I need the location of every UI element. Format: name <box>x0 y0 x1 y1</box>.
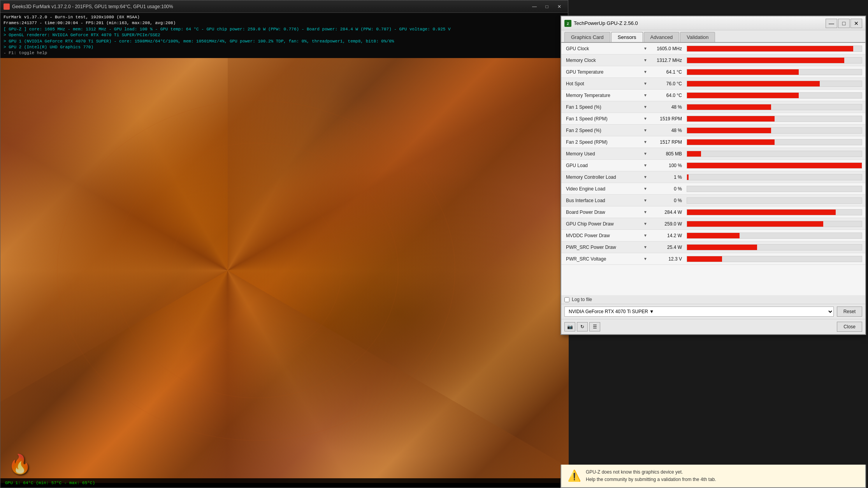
gpu-temp-indicator: GPU 1: 64°C (min: 57°C - max: 65°C) <box>0 478 568 488</box>
sensor-row: Hot Spot▼76.0 °C <box>561 78 865 90</box>
sensor-dropdown-arrow[interactable]: ▼ <box>641 175 650 179</box>
furmark-info-line-2: Frames:241377 - time:00:20:04 - FPS:201 … <box>4 20 565 26</box>
sensor-value: 0 % <box>650 198 685 203</box>
sensor-value: 259.0 W <box>650 221 685 227</box>
sensor-row: Video Engine Load▼0 % <box>561 183 865 195</box>
sensor-name: PWR_SRC Power Draw <box>563 245 641 250</box>
gpuz-title: TechPowerUp GPU-Z 2.56.0 <box>574 20 638 26</box>
furmark-title: Geeks3D FurMark v1.37.2.0 - 201FPS, GPU1… <box>12 4 173 9</box>
sensor-name: Fan 1 Speed (%) <box>563 104 641 110</box>
gpuz-window: Z TechPowerUp GPU-Z 2.56.0 — □ ✕ Graphic… <box>561 16 866 335</box>
gpuz-bottom: Log to file NVIDIA GeForce RTX 4070 Ti S… <box>561 295 865 334</box>
sensor-name: Memory Temperature <box>563 93 641 98</box>
sensor-row: PWR_SRC Voltage▼12.3 V <box>561 253 865 265</box>
furmark-info-line-1: FurMark v1.37.2.0 - Burn-in test, 1920x1… <box>4 14 565 20</box>
sensor-name: GPU Temperature <box>563 69 641 75</box>
device-row: NVIDIA GeForce RTX 4070 Ti SUPER ▼ Reset <box>561 304 865 319</box>
sensor-row: GPU Temperature▼64.1 °C <box>561 66 865 78</box>
warning-icon: ⚠️ <box>568 469 581 482</box>
sensor-value: 1605.0 MHz <box>650 46 685 51</box>
reset-button[interactable]: Reset <box>837 307 862 317</box>
sensor-bar-container <box>687 92 862 99</box>
sensor-row: Fan 2 Speed (%)▼48 % <box>561 125 865 136</box>
sensor-dropdown-arrow[interactable]: ▼ <box>641 128 650 132</box>
sensor-bar <box>687 210 836 215</box>
sensor-bar-container <box>687 221 862 227</box>
furmark-info-line-4: > OpenGL renderer: NVIDIA GeForce RTX 40… <box>4 32 565 38</box>
close-button[interactable]: Close <box>837 322 862 332</box>
furmark-controls: — □ ✕ <box>529 3 565 11</box>
sensor-dropdown-arrow[interactable]: ▼ <box>641 116 650 121</box>
sensor-dropdown-arrow[interactable]: ▼ <box>641 245 650 249</box>
sensor-bar-container <box>687 174 862 180</box>
refresh-icon-button[interactable]: ↻ <box>577 322 588 331</box>
camera-icon-button[interactable]: 📷 <box>564 322 575 331</box>
sensor-dropdown-arrow[interactable]: ▼ <box>641 257 650 261</box>
tab-sensors[interactable]: Sensors <box>611 32 643 42</box>
sensor-bar-container <box>687 151 862 157</box>
furmark-close-button[interactable]: ✕ <box>554 3 565 11</box>
tab-graphics-card[interactable]: Graphics Card <box>564 32 610 42</box>
sensor-row: Memory Temperature▼64.0 °C <box>561 90 865 101</box>
sensor-row: Bus Interface Load▼0 % <box>561 195 865 206</box>
sensor-value: 48 % <box>650 104 685 110</box>
sensor-bar <box>687 245 757 250</box>
sensor-name: Board Power Draw <box>563 210 641 215</box>
sensor-value: 64.1 °C <box>650 69 685 75</box>
warning-text: GPU-Z does not know this graphics device… <box>586 469 716 483</box>
sensor-dropdown-arrow[interactable]: ▼ <box>641 46 650 51</box>
sensor-value: 1312.7 MHz <box>650 58 685 63</box>
sensor-name: Video Engine Load <box>563 186 641 192</box>
sensor-bar-container <box>687 197 862 204</box>
gpuz-maximize-button[interactable]: □ <box>838 19 850 28</box>
gpuz-minimize-button[interactable]: — <box>826 19 837 28</box>
sensor-bar <box>687 163 862 168</box>
sensor-dropdown-arrow[interactable]: ▼ <box>641 222 650 226</box>
sensor-dropdown-arrow[interactable]: ▼ <box>641 163 650 167</box>
sensor-dropdown-arrow[interactable]: ▼ <box>641 152 650 156</box>
sensor-dropdown-arrow[interactable]: ▼ <box>641 81 650 86</box>
sensor-value: 48 % <box>650 128 685 133</box>
furmark-maximize-button[interactable]: □ <box>541 3 552 11</box>
sensor-value: 14.2 W <box>650 233 685 238</box>
sensor-bar <box>687 46 853 51</box>
log-to-file-checkbox[interactable] <box>564 297 569 302</box>
sensor-bar <box>687 139 775 145</box>
sensor-dropdown-arrow[interactable]: ▼ <box>641 140 650 144</box>
sensor-row: Board Power Draw▼284.4 W <box>561 206 865 218</box>
sensor-dropdown-arrow[interactable]: ▼ <box>641 70 650 74</box>
tab-advanced[interactable]: Advanced <box>644 32 680 42</box>
furmark-icon <box>4 4 10 10</box>
sensor-name: PWR_SRC Voltage <box>563 256 641 262</box>
sensor-bar-container <box>687 81 862 87</box>
sensor-bar <box>687 93 799 98</box>
tab-validation[interactable]: Validation <box>680 32 715 42</box>
sensor-bar <box>687 58 844 63</box>
sensor-name: Hot Spot <box>563 81 641 86</box>
sensor-bar <box>687 81 820 86</box>
furmark-logo: 🔥 <box>8 453 32 475</box>
menu-icon-button[interactable]: ☰ <box>589 322 600 331</box>
sensor-dropdown-arrow[interactable]: ▼ <box>641 210 650 214</box>
sensor-dropdown-arrow[interactable]: ▼ <box>641 198 650 203</box>
svg-point-2 <box>114 143 398 398</box>
sensor-dropdown-arrow[interactable]: ▼ <box>641 93 650 97</box>
furmark-info-line-6: > GPU 2 (Intel(R) UHD Graphics 770) <box>4 44 565 50</box>
sensor-dropdown-arrow[interactable]: ▼ <box>641 233 650 238</box>
sensor-bar-container <box>687 233 862 239</box>
sensor-bar <box>687 69 799 75</box>
sensor-dropdown-arrow[interactable]: ▼ <box>641 105 650 109</box>
sensor-value: 64.0 °C <box>650 93 685 98</box>
gpuz-warning-panel: ⚠️ GPU-Z does not know this graphics dev… <box>561 465 866 488</box>
sensor-dropdown-arrow[interactable]: ▼ <box>641 58 650 62</box>
gpuz-close-button[interactable]: ✕ <box>850 19 862 28</box>
sensor-bar <box>687 104 771 110</box>
sensor-value: 12.3 V <box>650 256 685 262</box>
device-select[interactable]: NVIDIA GeForce RTX 4070 Ti SUPER ▼ <box>564 307 834 317</box>
sensor-bar-container <box>687 244 862 250</box>
sensor-dropdown-arrow[interactable]: ▼ <box>641 187 650 191</box>
sensor-bar-container <box>687 139 862 145</box>
sensor-value: 100 % <box>650 163 685 168</box>
log-to-file-label[interactable]: Log to file <box>572 297 592 302</box>
furmark-minimize-button[interactable]: — <box>529 3 540 11</box>
